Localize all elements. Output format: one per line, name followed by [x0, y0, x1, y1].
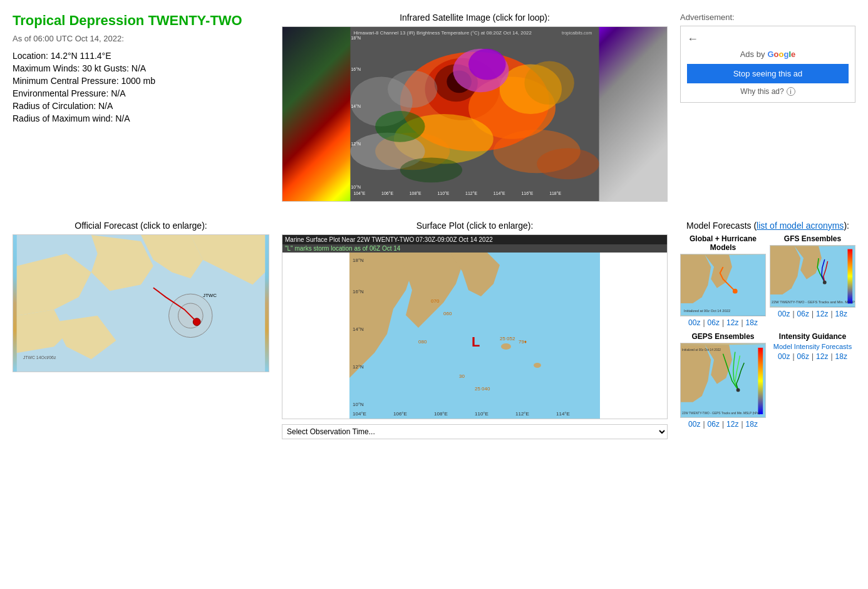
svg-text:106°E: 106°E [393, 411, 407, 417]
gfs-ensemble-block: GFS Ensembles [770, 234, 855, 327]
svg-text:116°E: 116°E [521, 191, 533, 195]
surface-panel: Surface Plot (click to enlarge): Marine … [276, 214, 674, 446]
svg-text:114°E: 114°E [493, 191, 505, 195]
svg-text:080: 080 [418, 339, 427, 345]
svg-text:Initialized at 00z Oct 14 2022: Initialized at 00z Oct 14 2022 [684, 309, 730, 313]
svg-text:10°N: 10°N [353, 402, 364, 407]
forecast-image[interactable]: JTWC JTWC 14Oct/06z [13, 234, 269, 372]
global-hurricane-block: Global + Hurricane Models Initialized at… [680, 234, 766, 327]
global-model-image[interactable]: Initialized at 00z Oct 14 2022 [680, 254, 766, 316]
surface-map[interactable]: L 104°E 106°E 108°E 110°E 112°E 114°E 18… [282, 253, 667, 419]
intensity-block: Intensity Guidance Model Intensity Forec… [770, 332, 855, 429]
max-winds: Maximum Winds: 30 kt Gusts: N/A [13, 63, 269, 73]
svg-text:10°N: 10°N [351, 185, 361, 189]
gfs-link-06z[interactable]: 06z [797, 310, 809, 318]
ads-by-text: Ads by [740, 50, 765, 59]
svg-text:12°N: 12°N [351, 142, 361, 146]
svg-text:12°N: 12°N [353, 364, 364, 370]
geps-block: GEPS Ensembles [680, 332, 766, 429]
svg-point-18 [400, 158, 462, 183]
observation-time-select[interactable]: Select Observation Time... [282, 424, 668, 439]
svg-point-50 [501, 343, 511, 350]
geps-title: GEPS Ensembles [680, 332, 766, 341]
geps-link-18z[interactable]: 18z [746, 420, 758, 429]
geps-link-00z[interactable]: 00z [688, 420, 700, 429]
global-link-00z[interactable]: 00z [688, 318, 700, 327]
svg-point-85 [736, 388, 740, 392]
gfs-model-image[interactable]: 22W TWENTY-TWO - GEFS Tracks and Min. MS… [770, 245, 855, 308]
intensity-forecasts-link[interactable]: Model Intensity Forecasts [770, 343, 855, 350]
svg-point-16 [388, 71, 437, 108]
surface-title[interactable]: Surface Plot (click to enlarge): [282, 221, 668, 231]
svg-text:25 040: 25 040 [475, 386, 490, 392]
svg-point-74 [733, 289, 738, 294]
global-link-12z[interactable]: 12z [726, 318, 738, 327]
back-arrow-icon[interactable]: ← [687, 33, 698, 46]
svg-text:25 052: 25 052 [500, 336, 515, 341]
svg-text:110°E: 110°E [475, 411, 488, 417]
svg-text:108°E: 108°E [410, 191, 421, 195]
intensity-link-18z[interactable]: 18z [835, 352, 847, 361]
ad-label: Advertisement: [680, 13, 855, 22]
svg-text:106°E: 106°E [381, 191, 393, 195]
forecast-panel: Official Forecast (click to enlarge): [6, 214, 276, 446]
forecast-title[interactable]: Official Forecast (click to enlarge): [13, 221, 269, 231]
storm-info-panel: Tropical Depression TWENTY-TWO As of 06:… [6, 6, 276, 208]
surface-image-container[interactable]: Marine Surface Plot Near 22W TWENTY-TWO … [282, 234, 668, 419]
gfs-link-00z[interactable]: 00z [778, 310, 790, 318]
intensity-link-00z[interactable]: 00z [778, 352, 790, 361]
gfs-link-12z[interactable]: 12z [816, 310, 828, 318]
global-title: Global + Hurricane Models [680, 234, 766, 252]
stop-ad-button[interactable]: Stop seeing this ad [687, 64, 849, 83]
global-link-18z[interactable]: 18z [746, 318, 758, 327]
gfs-link-18z[interactable]: 18z [835, 310, 847, 318]
svg-text:tropicalbits.com: tropicalbits.com [562, 31, 592, 36]
gfs-links: 00z | 06z | 12z | 18z [770, 310, 855, 318]
geps-links: 00z | 06z | 12z | 18z [680, 420, 766, 429]
satellite-title[interactable]: Infrared Satellite Image (click for loop… [282, 13, 668, 23]
svg-text:112°E: 112°E [515, 411, 529, 417]
env-pressure: Environmental Pressure: N/A [13, 88, 269, 98]
svg-text:30: 30 [459, 373, 465, 379]
svg-text:16°N: 16°N [353, 289, 364, 294]
radius-max-wind: Radius of Maximum wind: N/A [13, 113, 269, 123]
svg-rect-86 [758, 348, 763, 414]
svg-text:114°E: 114°E [556, 411, 570, 417]
global-links: 00z | 06z | 12z | 18z [680, 318, 766, 327]
svg-text:Initialized at 00z Oct 14 2022: Initialized at 00z Oct 14 2022 [682, 348, 721, 352]
model-title: Model Forecasts (list of model acronyms)… [680, 221, 855, 231]
info-icon: i [787, 87, 795, 96]
svg-point-51 [534, 363, 541, 368]
svg-text:060: 060 [443, 311, 452, 316]
svg-text:104°E: 104°E [353, 191, 365, 195]
svg-text:110°E: 110°E [437, 191, 449, 195]
intensity-link-12z[interactable]: 12z [816, 352, 828, 361]
svg-text:118°E: 118°E [549, 191, 561, 195]
svg-text:104°E: 104°E [353, 411, 366, 417]
svg-point-17 [375, 111, 425, 142]
intensity-link-06z[interactable]: 06z [797, 352, 809, 361]
svg-text:14°N: 14°N [353, 326, 364, 332]
svg-text:22W TWENTY-TWO - GEFS Tracks a: 22W TWENTY-TWO - GEFS Tracks and Min. MS… [772, 300, 855, 304]
why-ad[interactable]: Why this ad? i [687, 87, 849, 96]
gfs-title: GFS Ensembles [770, 234, 855, 243]
svg-rect-80 [847, 249, 852, 304]
model-acronyms-link[interactable]: list of model acronyms [757, 221, 844, 231]
svg-point-79 [823, 281, 827, 284]
storm-details: Location: 14.2°N 111.4°E Maximum Winds: … [13, 51, 269, 123]
svg-point-13 [537, 149, 599, 180]
global-link-06z[interactable]: 06z [708, 318, 720, 327]
intensity-title: Intensity Guidance [770, 332, 855, 341]
model-top-row: Global + Hurricane Models Initialized at… [680, 234, 855, 327]
svg-text:070: 070 [431, 298, 440, 304]
storm-date: As of 06:00 UTC Oct 14, 2022: [13, 34, 269, 43]
geps-link-06z[interactable]: 06z [708, 420, 720, 429]
svg-point-9 [468, 49, 506, 80]
geps-link-12z[interactable]: 12z [726, 420, 738, 429]
svg-text:108°E: 108°E [434, 411, 448, 417]
satellite-image[interactable]: Himawari-8 Channel 13 (IR) Brightness Te… [282, 26, 668, 202]
ad-panel: Advertisement: ← Ads by Google Stop seei… [674, 6, 862, 208]
model-bottom-row: GEPS Ensembles [680, 332, 855, 429]
radius-circ: Radius of Circulation: N/A [13, 101, 269, 111]
geps-model-image[interactable]: 22W TWENTY-TWO - GEPS Tracks and Min. MS… [680, 343, 766, 418]
